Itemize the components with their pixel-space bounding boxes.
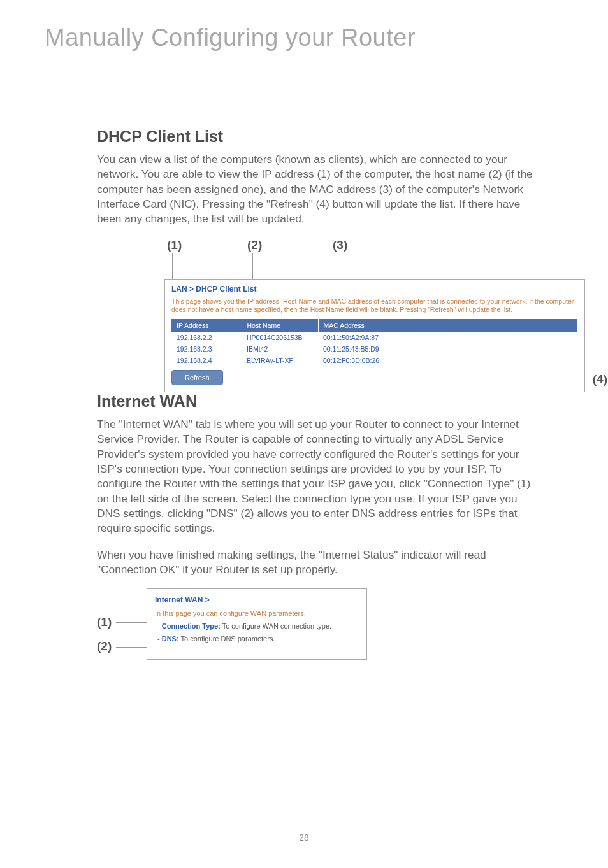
marker-4: (4) <box>593 373 607 387</box>
cell-host: HP0014C206153B <box>242 332 318 343</box>
wan-panel-line-1: - Connection Type: To configure WAN conn… <box>157 622 359 630</box>
connection-type-rest: To configure WAN connection type. <box>221 622 331 630</box>
cell-host: ELVIRAy-LT-XP <box>242 355 318 366</box>
dhcp-panel-description: This page shows you the IP address, Host… <box>171 297 578 314</box>
cell-host: IBMt42 <box>242 343 318 355</box>
dhcp-body-text: You can view a list of the computers (kn… <box>97 152 539 227</box>
dhcp-column-markers: (1) (2) (3) <box>164 238 585 252</box>
wan-panel-title: Internet WAN > <box>155 595 359 604</box>
refresh-button[interactable]: Refresh <box>171 370 223 385</box>
dns-link[interactable]: DNS: <box>162 635 179 643</box>
wan-figure: (1) (2) Internet WAN > In this page you … <box>97 588 403 660</box>
wan-panel-desc: In this page you can configure WAN param… <box>155 609 359 617</box>
col-host: Host Name <box>242 319 318 332</box>
wan-elbow-1 <box>116 622 149 623</box>
wan-markers: (1) (2) <box>97 615 112 653</box>
table-row: 192.168.2.4 ELVIRAy-LT-XP 00:12:F0:3D:0B… <box>171 355 578 366</box>
wan-panel: Internet WAN > In this page you can conf… <box>147 588 367 660</box>
main-content: DHCP Client List You can view a list of … <box>0 108 608 660</box>
wan-panel-line-2: - DNS: To configure DNS parameters. <box>157 635 359 643</box>
cell-ip: 192.168.2.2 <box>171 332 242 343</box>
cell-ip: 192.168.2.3 <box>171 343 242 355</box>
wan-body-text-2: When you have finished making settings, … <box>97 548 539 578</box>
col-mac: MAC Address <box>318 319 578 332</box>
dhcp-figure: (1) (2) (3) LAN > DHCP Client List This … <box>164 238 585 392</box>
marker-1: (1) <box>167 238 182 252</box>
dhcp-panel-title-main: DHCP Client List <box>196 285 256 294</box>
dhcp-section-title: DHCP Client List <box>97 127 539 146</box>
table-row: 192.168.2.2 HP0014C206153B 00:11:50:A2:9… <box>171 332 578 343</box>
dhcp-panel: LAN > DHCP Client List This page shows y… <box>164 279 585 392</box>
dns-rest: To configure DNS parameters. <box>179 635 275 643</box>
table-row: 192.168.2.3 IBMt42 00:11:25:43:B5:D9 <box>171 343 578 355</box>
page-header: Manually Configuring your Router <box>0 0 608 108</box>
wan-marker-1: (1) <box>97 615 112 629</box>
wan-body-text-1: The "Internet WAN" tab is where you will… <box>97 417 539 536</box>
cell-mac: 00:11:50:A2:9A:87 <box>318 332 578 343</box>
dhcp-client-table: IP Address Host Name MAC Address 192.168… <box>171 319 578 366</box>
wan-section-title: Internet WAN <box>97 392 539 411</box>
page-title: Manually Configuring your Router <box>45 24 608 52</box>
connection-type-link[interactable]: Connection Type: <box>162 622 221 630</box>
marker-2: (2) <box>247 238 263 252</box>
col-ip: IP Address <box>171 319 242 332</box>
marker-3: (3) <box>333 238 348 252</box>
cell-ip: 192.168.2.4 <box>171 355 242 366</box>
dhcp-panel-title: LAN > DHCP Client List <box>171 285 578 294</box>
page-number: 28 <box>0 832 608 843</box>
wan-marker-2: (2) <box>97 639 112 653</box>
wan-elbow-2 <box>116 647 149 648</box>
marker-line-4 <box>322 380 596 380</box>
dhcp-panel-title-prefix: LAN > <box>171 285 196 294</box>
cell-mac: 00:12:F0:3D:0B:26 <box>318 355 578 366</box>
cell-mac: 00:11:25:43:B5:D9 <box>318 343 578 355</box>
